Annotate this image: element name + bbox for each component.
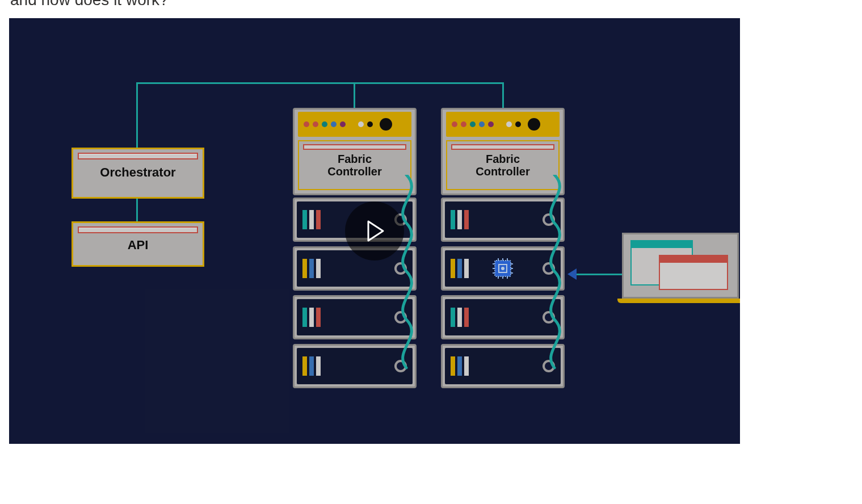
play-button[interactable]	[345, 201, 404, 261]
page-subheading-fragment: and how does it work?	[0, 0, 862, 14]
play-icon	[363, 219, 386, 243]
video-player[interactable]: Orchestrator API FabricController Fabric…	[9, 18, 740, 444]
